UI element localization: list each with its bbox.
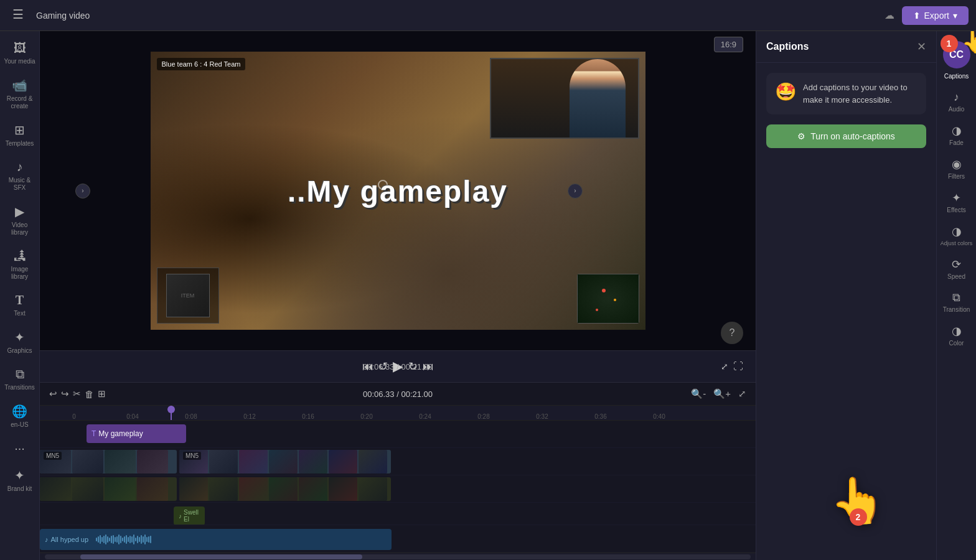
sidebar-item-label-record: Record & create	[4, 95, 36, 110]
image-library-icon: 🏞	[14, 249, 26, 263]
clip-thumb	[72, 477, 103, 501]
sidebar-item-graphics[interactable]: ✦ Graphics	[1, 325, 39, 360]
ruler-mark: 0:04	[103, 413, 162, 420]
audio-swell-track-row: ♪ Swell El	[40, 503, 756, 525]
filters-sidebar-label: Filters	[948, 173, 965, 180]
text-clip-my-gameplay[interactable]: T My gameplay	[87, 424, 186, 443]
sidebar-item-adjust-colors[interactable]: ◑ Adjust colors	[938, 220, 975, 251]
clip-thumb	[239, 450, 268, 474]
audio-main-clip[interactable]: ♪ All hyped up	[40, 529, 392, 550]
video-track-2-row	[40, 475, 756, 503]
text-track-content: T My gameplay	[40, 421, 756, 447]
export-button[interactable]: ⬆ Export ▾	[902, 6, 969, 25]
sidebar-item-label-en-us: en-US	[11, 421, 28, 429]
en-us-icon: 🌐	[12, 404, 27, 419]
timeline-scrollbar[interactable]	[40, 553, 756, 560]
speed-icon: ⟳	[952, 258, 961, 271]
sidebar-item-fade[interactable]: ◑ Fade	[938, 119, 975, 151]
sidebar-item-your-media[interactable]: 🖼 Your media	[1, 36, 39, 70]
sidebar-item-label-text: Text	[14, 310, 25, 317]
project-title: Gaming video	[36, 11, 877, 21]
video-clip-1b[interactable]: MN5	[179, 450, 391, 474]
sidebar-item-captions[interactable]: CC 1 👆 Captions	[938, 36, 975, 85]
captions-promo-card: 🤩 Add captions to your video to make it …	[766, 73, 926, 114]
clip-thumb	[40, 477, 71, 501]
sidebar-item-transitions[interactable]: ⧉ Transitions	[1, 362, 39, 396]
clip-thumb	[209, 450, 238, 474]
sidebar-item-audio[interactable]: ♪ Audio	[938, 86, 975, 118]
sidebar-item-more[interactable]: ···	[1, 436, 39, 460]
sidebar-item-text[interactable]: T Text	[1, 288, 39, 322]
aspect-ratio-badge: 16:9	[714, 37, 743, 52]
zoom-out-button[interactable]: 🔍-	[689, 386, 708, 401]
text-clip-icon: T	[92, 429, 96, 438]
clip-thumb	[359, 450, 387, 474]
effects-sidebar-label: Effects	[947, 207, 965, 213]
clip-thumb	[179, 477, 208, 501]
sidebar-item-effects[interactable]: ✦ Effects	[938, 186, 975, 218]
captions-panel-title: Captions	[766, 41, 809, 52]
audio-swell-label: Swell El	[184, 509, 200, 523]
sidebar-item-speed[interactable]: ⟳ Speed	[938, 253, 975, 285]
expand-button[interactable]: ⤢	[718, 359, 731, 374]
main-layout: 🖼 Your media 📹 Record & create ⊞ Templat…	[0, 31, 976, 560]
save-icon: ☁	[884, 9, 894, 21]
timeline-area: ↩ ↪ ✂ 🗑 ⊞ 00:06.33 / 00:21.00 🔍- 🔍+ ⤢	[40, 382, 756, 560]
captions-panel: Captions ✕ 🤩 Add captions to your video …	[756, 31, 936, 560]
transition-icon: ⧉	[952, 291, 960, 304]
hand-cursor: 👆	[830, 475, 886, 525]
fit-timeline-button[interactable]: ⤢	[736, 386, 748, 401]
help-button[interactable]: ?	[721, 322, 743, 344]
timeline-tracks: T My gameplay	[40, 421, 756, 553]
filters-icon: ◉	[952, 157, 962, 171]
add-to-timeline-button[interactable]: ⊞	[96, 386, 108, 401]
audio-swell-clip[interactable]: ♪ Swell El	[174, 506, 205, 525]
sidebar-item-record[interactable]: 📹 Record & create	[1, 73, 39, 115]
audio-sidebar-label: Audio	[949, 106, 965, 113]
sidebar-item-filters[interactable]: ◉ Filters	[938, 152, 975, 185]
left-panel-collapse-arrow[interactable]: ›	[75, 184, 90, 198]
audio-note-icon: ♪	[179, 513, 182, 520]
your-media-icon: 🖼	[14, 41, 26, 55]
sidebar-item-transition[interactable]: ⧉ Transition	[938, 286, 975, 318]
sidebar-item-color[interactable]: ◑ Color	[938, 319, 975, 352]
video-clip-2b[interactable]	[179, 477, 391, 501]
sidebar-item-video-library[interactable]: ▶ Video library	[1, 199, 39, 241]
sidebar-item-brand-kit[interactable]: ✦ Brand kit	[1, 463, 39, 498]
zoom-in-button[interactable]: 🔍+	[711, 386, 733, 401]
playhead[interactable]	[171, 406, 172, 420]
controls-row: ⏮ ↺ ▶ ↻ ⏭ 00:06.33 / 00:21.00 ⛶ ⤢	[40, 356, 756, 377]
clip-thumb	[269, 477, 298, 501]
video-clip-1a[interactable]: MN5	[40, 450, 177, 474]
ruler-mark: 0:24	[396, 413, 454, 420]
right-panel-collapse-arrow[interactable]: ›	[568, 184, 583, 198]
fullscreen-button[interactable]: ⛶	[733, 361, 743, 372]
ruler-marks: 0 0:04 0:08 0:12 0:16 0:20 0:24 0:28 0:3…	[40, 406, 756, 420]
audio-main-label: All hyped up	[51, 536, 89, 543]
hud-score: Blue team 6 : 4 Red Team	[157, 58, 246, 70]
auto-captions-button[interactable]: ⚙ Turn on auto-captions	[766, 124, 926, 148]
audio-icon: ♪	[954, 91, 959, 104]
fade-sidebar-label: Fade	[949, 139, 964, 146]
menu-button[interactable]: ☰	[7, 2, 29, 27]
delete-button[interactable]: 🗑	[83, 387, 96, 401]
auto-captions-label: Turn on auto-captions	[810, 131, 895, 141]
audio-swell-content: ♪ Swell El	[40, 503, 756, 525]
video-clip-2a[interactable]	[40, 477, 177, 501]
export-icon: ⬆	[913, 11, 921, 21]
clip-thumbnails	[179, 477, 387, 501]
sidebar-item-templates[interactable]: ⊞ Templates	[1, 118, 39, 152]
sidebar-item-en-us[interactable]: 🌐 en-US	[1, 399, 39, 434]
ruler-mark: 0:20	[337, 413, 396, 420]
audio-main-track-row: ♪ All hyped up	[40, 525, 756, 553]
captions-close-button[interactable]: ✕	[917, 40, 926, 54]
speed-sidebar-label: Speed	[947, 273, 965, 280]
redo-button[interactable]: ↪	[59, 386, 71, 401]
undo-button[interactable]: ↩	[47, 386, 59, 401]
music-icon: ♪	[17, 160, 23, 174]
sidebar-item-music[interactable]: ♪ Music & SFX	[1, 155, 39, 197]
transitions-icon: ⧉	[16, 367, 24, 381]
captions-icon-wrapper: CC 1 👆	[943, 41, 970, 68]
cut-button[interactable]: ✂	[71, 386, 83, 401]
sidebar-item-image-library[interactable]: 🏞 Image library	[1, 244, 39, 286]
